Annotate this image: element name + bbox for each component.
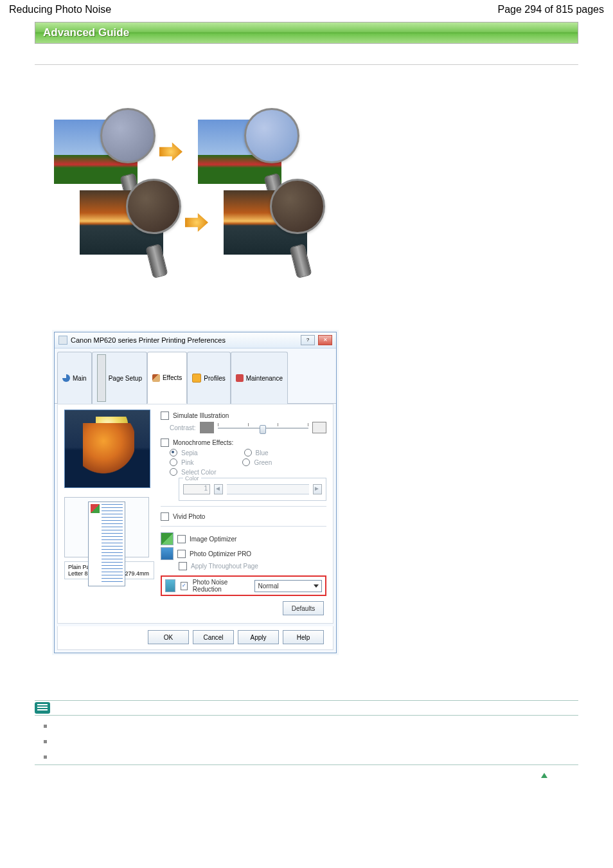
color-value-input[interactable]: 1 [183, 484, 210, 494]
step3-title: Complete the setup [33, 673, 122, 683]
color-fieldset-label: Color [183, 475, 201, 482]
help-button[interactable]: Help [283, 630, 324, 644]
page-top-link[interactable]: Page top [35, 772, 578, 779]
intro-text: When using the Photo Noise Reduction fun… [35, 91, 578, 109]
photo-optimizer-pro-label: Photo Optimizer PRO [190, 550, 251, 557]
simulate-illustration-label: Simulate Illustration [173, 412, 229, 419]
magnifier-icon [100, 108, 155, 163]
page-layout-preview [64, 497, 149, 557]
step2-body: Check the Photo Noise Reduction check bo… [35, 314, 578, 323]
green-radio[interactable] [242, 458, 250, 466]
contrast-high-icon [312, 422, 326, 433]
step2-number: 2. Set the Photo Noise Reduction [22, 299, 578, 310]
pink-radio[interactable] [170, 458, 177, 466]
color-scroll-right[interactable]: ► [313, 484, 322, 494]
defaults-button[interactable]: Defaults [283, 601, 324, 615]
profile-icon [192, 374, 201, 383]
close-button[interactable]: ✕ [318, 335, 332, 345]
brush-icon [152, 374, 160, 382]
photo-before-sunset [80, 190, 163, 255]
help-button[interactable]: ? [301, 335, 315, 345]
tab-maintenance[interactable]: Maintenance [231, 352, 288, 404]
photo-noise-reduction-icon [165, 579, 175, 592]
magnifier-icon [126, 179, 181, 234]
dialog-title-text: Canon MP620 series Printer Printing Pref… [71, 336, 226, 344]
contrast-slider[interactable] [218, 423, 308, 432]
contrast-low-icon [200, 422, 214, 433]
effect-preview-image [64, 410, 150, 488]
guide-bar: Advanced Guide [35, 22, 578, 44]
apply-button[interactable]: Apply [238, 630, 279, 644]
apply-throughout-checkbox[interactable] [179, 562, 187, 570]
printer-icon [58, 336, 67, 345]
photo-noise-reduction-checkbox[interactable] [181, 582, 188, 590]
tab-profiles[interactable]: Profiles [187, 352, 230, 404]
monochrome-effects-checkbox[interactable] [161, 439, 169, 447]
photo-optimizer-pro-icon [161, 547, 173, 560]
vivid-photo-label: Vivid Photo [173, 513, 205, 520]
select-color-label: Select Color [181, 469, 216, 476]
image-optimizer-label: Image Optimizer [190, 536, 236, 543]
doc-title: Reducing Photo Noise [9, 4, 111, 15]
green-label: Green [254, 459, 272, 466]
notes-section: Note Normal is recommended in most cases… [35, 700, 578, 765]
noise-level-value: Normal [258, 583, 278, 590]
chevron-down-icon [314, 584, 319, 588]
noise-reduction-illustration [54, 120, 578, 255]
blue-label: Blue [256, 449, 269, 457]
sepia-radio[interactable] [170, 449, 177, 457]
simulate-illustration-checkbox[interactable] [161, 411, 169, 420]
photo-after-sky [198, 120, 281, 184]
apply-throughout-label: Apply Throughout Page [191, 563, 258, 570]
breadcrumb: Advanced Guide > Printing from a Compute… [35, 50, 578, 65]
arrow-right-icon [159, 140, 182, 163]
guide-bar-label: Advanced Guide [43, 26, 129, 39]
tab-effects[interactable]: Effects [147, 352, 187, 404]
contrast-label: Contrast: [170, 424, 196, 431]
magnifier-icon [270, 179, 325, 234]
photo-optimizer-pro-checkbox[interactable] [177, 550, 186, 558]
photo-before-sky [54, 120, 138, 184]
note-icon [35, 702, 50, 714]
ok-button[interactable]: OK [148, 630, 189, 644]
noise-level-select[interactable]: Normal [254, 580, 322, 592]
note-item: Normal is recommended in most cases. If … [35, 718, 578, 734]
section-title: Reducing Photo Noise [35, 74, 578, 85]
dialog-titlebar: Canon MP620 series Printer Printing Pref… [55, 332, 336, 348]
blue-radio[interactable] [244, 449, 252, 457]
sepia-label: Sepia [181, 449, 198, 457]
step3-body: Click OK. When you execute print, the no… [35, 687, 578, 696]
step3-number: 3. Complete the setup [22, 673, 578, 683]
tab-main[interactable]: Main [57, 352, 92, 404]
color-scroll-left[interactable]: ◄ [214, 484, 223, 494]
page-indicator: Page 294 of 815 pages [498, 4, 604, 15]
note-item: Depending on application software or res… [35, 734, 578, 749]
photo-noise-reduction-label: Photo Noise Reduction [193, 579, 245, 593]
arrow-right-icon [185, 211, 208, 234]
image-optimizer-icon [161, 532, 173, 545]
step2-title: Set the Photo Noise Reduction [33, 299, 173, 310]
tab-page-setup[interactable]: Page Setup [92, 352, 147, 404]
monochrome-effects-label: Monochrome Effects: [173, 439, 233, 446]
magnifier-icon [244, 108, 299, 163]
refresh-icon [62, 374, 70, 382]
select-color-radio[interactable] [170, 468, 177, 476]
page-icon [97, 354, 106, 402]
arrow-up-icon [541, 773, 547, 778]
dialog-tabs: Main Page Setup Effects Profiles Mainten… [55, 351, 336, 404]
printer-preferences-dialog: Canon MP620 series Printer Printing Pref… [54, 332, 337, 653]
step1-title: Open the printer driver setup window [33, 271, 204, 282]
note-heading: Note [55, 703, 73, 712]
image-optimizer-checkbox[interactable] [177, 535, 186, 543]
pink-label: Pink [181, 459, 193, 466]
vivid-photo-checkbox[interactable] [161, 512, 169, 521]
maintenance-icon [236, 374, 244, 382]
cancel-button[interactable]: Cancel [193, 630, 234, 644]
photo-after-sunset [224, 190, 307, 255]
note-item: When this function is used for other tha… [35, 749, 578, 764]
